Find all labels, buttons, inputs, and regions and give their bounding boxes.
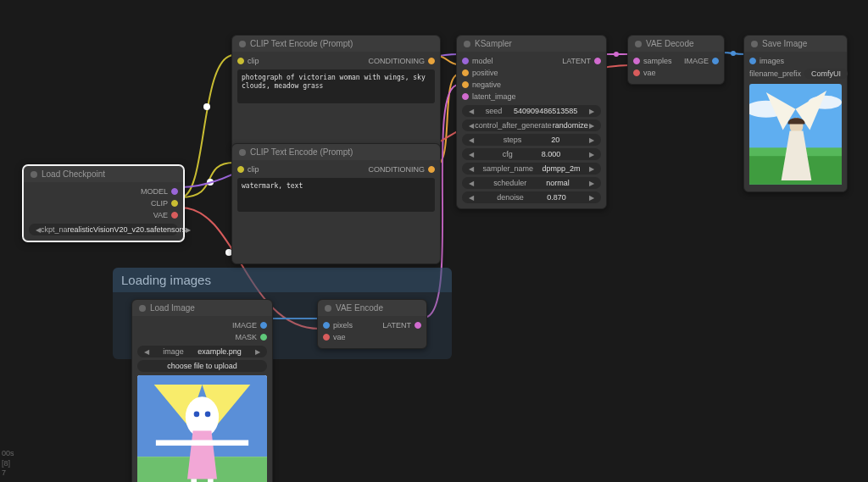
input-image-preview [137, 375, 267, 482]
svg-rect-11 [156, 440, 248, 446]
node-collapse-icon[interactable] [139, 305, 146, 312]
steps-input[interactable]: ◀steps20▶ [462, 134, 601, 146]
prompt-textarea[interactable]: watermark, text [237, 178, 435, 212]
port-out-image[interactable] [260, 322, 267, 329]
svg-point-9 [194, 412, 200, 418]
port-out-vae[interactable] [171, 212, 178, 219]
svg-point-3 [614, 52, 619, 57]
chevron-right-icon: ▶ [255, 348, 260, 356]
scheduler-select[interactable]: ◀schedulernormal▶ [462, 177, 601, 189]
node-title: CLIP Text Encode (Prompt) [250, 39, 353, 48]
output-image-preview [749, 84, 842, 186]
node-clip-text-encode-negative[interactable]: CLIP Text Encode (Prompt) clip CONDITION… [231, 143, 441, 264]
node-title: KSampler [475, 39, 512, 48]
port-in-negative[interactable] [462, 81, 469, 88]
node-load-image[interactable]: Load Image IMAGE MASK ◀ image example.pn… [131, 299, 273, 482]
cfg-input[interactable]: ◀cfg8.000▶ [462, 148, 601, 160]
port-out-conditioning[interactable] [428, 166, 435, 173]
port-in-clip[interactable] [237, 58, 244, 64]
filename-prefix-input[interactable]: ComfyUI [804, 69, 848, 79]
node-collapse-icon[interactable] [325, 305, 331, 312]
node-title: Load Image [150, 303, 195, 313]
node-graph-canvas[interactable]: Loading images Load Checkpoint MODEL CLI… [0, 0, 868, 482]
svg-point-10 [205, 412, 211, 418]
node-clip-text-encode-positive[interactable]: CLIP Text Encode (Prompt) clip CONDITION… [231, 35, 441, 152]
node-save-image[interactable]: Save Image images filename_prefix ComfyU… [743, 35, 848, 192]
node-vae-encode[interactable]: VAE Encode pixels LATENT vae [317, 299, 427, 349]
node-collapse-icon[interactable] [464, 41, 470, 47]
svg-rect-12 [191, 479, 197, 482]
port-in-clip[interactable] [237, 166, 244, 173]
seed-input[interactable]: ◀seed540909486513585▶ [462, 105, 601, 117]
port-out-latent[interactable] [415, 322, 421, 329]
svg-point-0 [203, 103, 210, 110]
node-collapse-icon[interactable] [239, 41, 246, 47]
node-title: VAE Decode [646, 39, 694, 48]
prompt-textarea[interactable]: photograph of victorian woman with wings… [237, 69, 435, 103]
port-in-latent-image[interactable] [462, 93, 469, 100]
sampler-name-select[interactable]: ◀sampler_namedpmpp_2m▶ [462, 163, 601, 175]
node-collapse-icon[interactable] [751, 41, 758, 47]
node-title: VAE Encode [336, 303, 383, 313]
svg-point-4 [731, 51, 736, 56]
port-out-model[interactable] [171, 188, 178, 195]
image-select[interactable]: ◀ image example.png ▶ [137, 346, 267, 357]
port-in-pixels[interactable] [323, 322, 330, 329]
denoise-input[interactable]: ◀denoise0.870▶ [462, 191, 601, 203]
port-out-clip[interactable] [171, 200, 178, 207]
port-out-mask[interactable] [260, 334, 267, 341]
ckpt-name-select[interactable]: ◀ ckpt_narealisticVisionV20_v20.safetens… [29, 224, 178, 235]
node-load-checkpoint[interactable]: Load Checkpoint MODEL CLIP VAE ◀ ckpt_na… [23, 165, 184, 241]
filename-prefix-label: filename_prefix [749, 69, 801, 78]
group-title: Loading images [113, 268, 452, 292]
port-out-image[interactable] [712, 58, 719, 64]
svg-point-1 [207, 179, 214, 186]
control-after-generate-select[interactable]: ◀control_after_generaterandomize▶ [462, 119, 601, 131]
status-readout: 00s [8] 7 [2, 449, 14, 479]
node-collapse-icon[interactable] [31, 171, 37, 178]
port-in-images[interactable] [749, 58, 756, 64]
port-out-conditioning[interactable] [428, 58, 435, 64]
chevron-right-icon: ▶ [186, 226, 191, 234]
port-in-samples[interactable] [633, 58, 640, 64]
choose-file-button[interactable]: choose file to upload [137, 360, 267, 372]
port-in-vae[interactable] [323, 334, 330, 341]
node-collapse-icon[interactable] [635, 41, 642, 47]
node-ksampler[interactable]: KSampler modelLATENT positive negative l… [456, 35, 607, 209]
node-title: Save Image [762, 39, 807, 48]
node-title: CLIP Text Encode (Prompt) [250, 147, 353, 157]
chevron-left-icon: ◀ [144, 348, 149, 356]
svg-rect-13 [208, 479, 214, 482]
node-title: Load Checkpoint [42, 169, 105, 179]
port-out-latent[interactable] [594, 58, 601, 64]
node-vae-decode[interactable]: VAE Decode samplesIMAGE vae [627, 35, 725, 85]
port-in-vae[interactable] [633, 69, 640, 76]
port-in-model[interactable] [462, 58, 469, 64]
node-collapse-icon[interactable] [239, 149, 246, 156]
port-in-positive[interactable] [462, 69, 469, 76]
